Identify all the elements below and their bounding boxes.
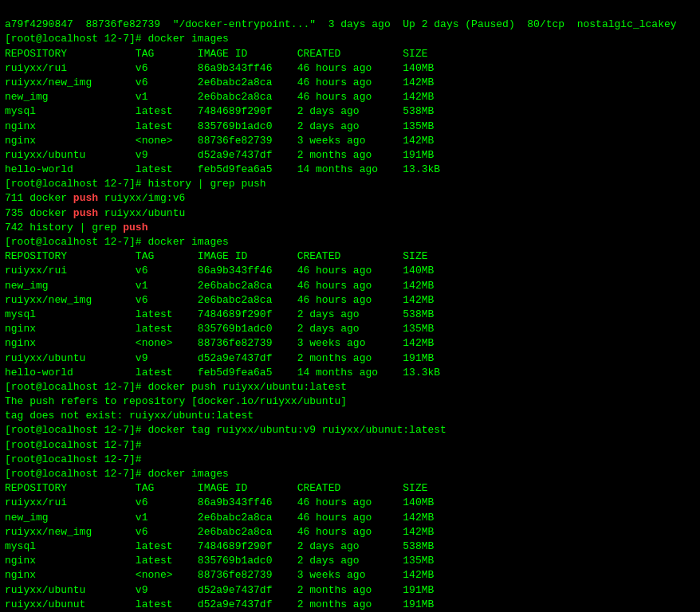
terminal-line: ruiyxx/ubunut latest d52a9e7437df 2 mont… (5, 598, 695, 612)
command-post: ruiyxx/ubuntu (98, 207, 185, 219)
terminal-line: REPOSITORY TAG IMAGE ID CREATED SIZE (5, 481, 695, 496)
push-keyword: push (73, 207, 98, 219)
terminal-line: [root@localhost 12-7]# (5, 453, 695, 467)
terminal-line: nginx latest 835769b1adc0 2 days ago 135… (5, 554, 695, 568)
terminal-line: [root@localhost 12-7]# docker images (5, 467, 695, 481)
terminal-line: ruiyxx/rui v6 86a9b343ff46 46 hours ago … (5, 61, 695, 76)
terminal-line: mysql latest 7484689f290f 2 days ago 538… (5, 539, 695, 554)
terminal-line: tag does not exist: ruiyxx/ubuntu:latest (5, 409, 695, 423)
terminal-line: 711 docker push ruiyxx/img:v6 (5, 191, 695, 206)
terminal-line: [root@localhost 12-7]# history | grep pu… (5, 177, 695, 191)
command-pre: docker (23, 207, 73, 219)
terminal-line: ruiyxx/new_img v6 2e6babc2a8ca 46 hours … (5, 293, 695, 308)
terminal-line: The push refers to repository [docker.io… (5, 394, 695, 409)
terminal-line: new_img v1 2e6babc2a8ca 46 hours ago 142… (5, 511, 695, 525)
terminal: a79f4290847 88736fe82739 "/docker-entryp… (5, 3, 695, 612)
terminal-line: [root@localhost 12-7]# docker push ruiyx… (5, 380, 695, 394)
terminal-line: nginx <none> 88736fe82739 3 weeks ago 14… (5, 568, 695, 583)
terminal-line: hello-world latest feb5d9fea6a5 14 month… (5, 366, 695, 380)
terminal-line: ruiyxx/ubuntu v9 d52a9e7437df 2 months a… (5, 583, 695, 598)
terminal-line: [root@localhost 12-7]# docker images (5, 235, 695, 249)
terminal-line: REPOSITORY TAG IMAGE ID CREATED SIZE (5, 47, 695, 61)
terminal-line: REPOSITORY TAG IMAGE ID CREATED SIZE (5, 249, 695, 264)
terminal-line: a79f4290847 88736fe82739 "/docker-entryp… (5, 18, 695, 32)
terminal-line: new_img v1 2e6babc2a8ca 46 hours ago 142… (5, 279, 695, 293)
terminal-line: nginx latest 835769b1adc0 2 days ago 135… (5, 322, 695, 336)
terminal-line: ruiyxx/ubuntu v9 d52a9e7437df 2 months a… (5, 351, 695, 366)
command-pre: docker (23, 192, 73, 204)
terminal-line: [root@localhost 12-7]# docker images (5, 32, 695, 46)
history-number: 742 (5, 222, 23, 233)
terminal-line: [root@localhost 12-7]# docker tag ruiyxx… (5, 423, 695, 437)
history-number: 735 (5, 207, 23, 219)
terminal-line: ruiyxx/rui v6 86a9b343ff46 46 hours ago … (5, 496, 695, 510)
terminal-line: [root@localhost 12-7]# (5, 438, 695, 453)
terminal-line: ruiyxx/rui v6 86a9b343ff46 46 hours ago … (5, 264, 695, 278)
terminal-line: ruiyxx/ubuntu v9 d52a9e7437df 2 months a… (5, 148, 695, 163)
terminal-line: mysql latest 7484689f290f 2 days ago 538… (5, 308, 695, 322)
command-pre: history | grep (23, 222, 123, 233)
history-number: 711 (5, 192, 23, 204)
terminal-line: nginx latest 835769b1adc0 2 days ago 135… (5, 120, 695, 134)
terminal-line: ruiyxx/new_img v6 2e6babc2a8ca 46 hours … (5, 76, 695, 90)
terminal-line: mysql latest 7484689f290f 2 days ago 538… (5, 104, 695, 119)
terminal-line: 742 history | grep push (5, 221, 695, 235)
terminal-line: nginx <none> 88736fe82739 3 weeks ago 14… (5, 134, 695, 148)
push-keyword: push (73, 192, 98, 204)
terminal-line: nginx <none> 88736fe82739 3 weeks ago 14… (5, 336, 695, 351)
terminal-line: ruiyxx/new_img v6 2e6babc2a8ca 46 hours … (5, 525, 695, 539)
terminal-line: 735 docker push ruiyxx/ubuntu (5, 206, 695, 221)
command-post: ruiyxx/img:v6 (98, 192, 185, 204)
push-keyword: push (123, 222, 147, 233)
terminal-line: new_img v1 2e6babc2a8ca 46 hours ago 142… (5, 90, 695, 104)
terminal-line: hello-world latest feb5d9fea6a5 14 month… (5, 163, 695, 177)
